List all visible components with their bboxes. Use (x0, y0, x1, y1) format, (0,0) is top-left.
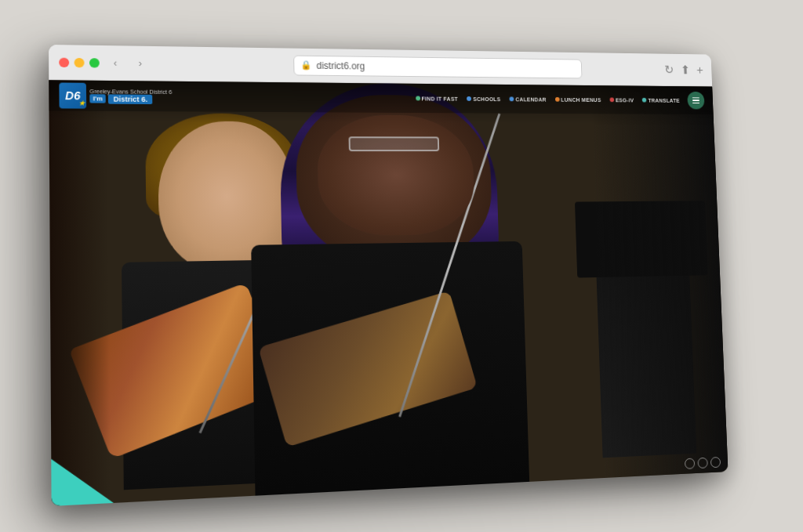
logo-area[interactable]: D6 ★ Greeley-Evans School District 6 I'm… (59, 82, 172, 109)
calendar-dot (510, 96, 514, 101)
lock-icon: 🔒 (300, 60, 311, 70)
hero-image (49, 80, 728, 506)
browser-window: ‹ › 🔒 district6.org ↻ ⬆ + (49, 44, 728, 505)
browser-actions: ↻ ⬆ + (664, 62, 703, 76)
schools-dot (467, 96, 471, 101)
nav-translate[interactable]: TRANSLATE (638, 96, 683, 104)
browser-scene: ‹ › 🔒 district6.org ↻ ⬆ + (64, 47, 739, 486)
logo-tagline: I'm District 6. (89, 93, 172, 103)
esg-iv-label: ESG-IV (616, 97, 634, 103)
share-button[interactable]: ⬆ (680, 63, 689, 77)
browser-chrome: ‹ › 🔒 district6.org ↻ ⬆ + (49, 44, 712, 86)
im-badge: I'm (89, 94, 106, 103)
logo-star-icon: ★ (78, 100, 85, 107)
website-content: D6 ★ Greeley-Evans School District 6 I'm… (49, 80, 728, 506)
maximize-button[interactable] (89, 57, 100, 67)
minimize-button[interactable] (74, 57, 85, 67)
logo-text: Greeley-Evans School District 6 I'm Dist… (89, 88, 172, 103)
traffic-lights (59, 57, 100, 67)
nav-items: FIND IT FAST SCHOOLS CALENDAR LUNCH MENU… (412, 89, 705, 109)
forward-button[interactable]: › (131, 54, 150, 72)
nav-schools[interactable]: SCHOOLS (463, 94, 505, 103)
hamburger-icon (692, 97, 699, 103)
close-button[interactable] (59, 57, 69, 67)
nav-esg-iv[interactable]: ESG-IV (606, 96, 638, 104)
watermark-circle-3 (710, 456, 721, 467)
translate-dot (642, 97, 647, 102)
logo-icon: D6 ★ (59, 82, 86, 108)
refresh-button[interactable]: ↻ (664, 62, 674, 76)
address-text: district6.org (316, 60, 365, 71)
district-badge: District 6. (108, 93, 152, 103)
watermark-circle-1 (685, 458, 695, 469)
address-bar[interactable]: 🔒 district6.org (293, 55, 582, 78)
nav-lunch-menus[interactable]: LUNCH MENUS (551, 95, 605, 103)
find-it-fast-dot (416, 96, 420, 100)
new-tab-button[interactable]: + (696, 63, 703, 76)
esg-iv-dot (609, 97, 614, 102)
lunch-menus-dot (555, 96, 560, 101)
person2 (248, 81, 558, 495)
back-button[interactable]: ‹ (106, 53, 125, 71)
hamburger-menu-button[interactable] (687, 91, 704, 109)
translate-label: TRANSLATE (648, 97, 680, 103)
schools-label: SCHOOLS (473, 96, 500, 101)
find-it-fast-label: FIND IT FAST (421, 96, 458, 101)
watermark-circle-2 (697, 457, 707, 468)
nav-calendar[interactable]: CALENDAR (506, 95, 550, 103)
nav-find-it-fast[interactable]: FIND IT FAST (412, 94, 462, 103)
watermark (685, 456, 721, 469)
lunch-menus-label: LUNCH MENUS (561, 96, 601, 102)
school-name: Greeley-Evans School District 6 (89, 88, 172, 94)
calendar-label: CALENDAR (515, 96, 547, 102)
